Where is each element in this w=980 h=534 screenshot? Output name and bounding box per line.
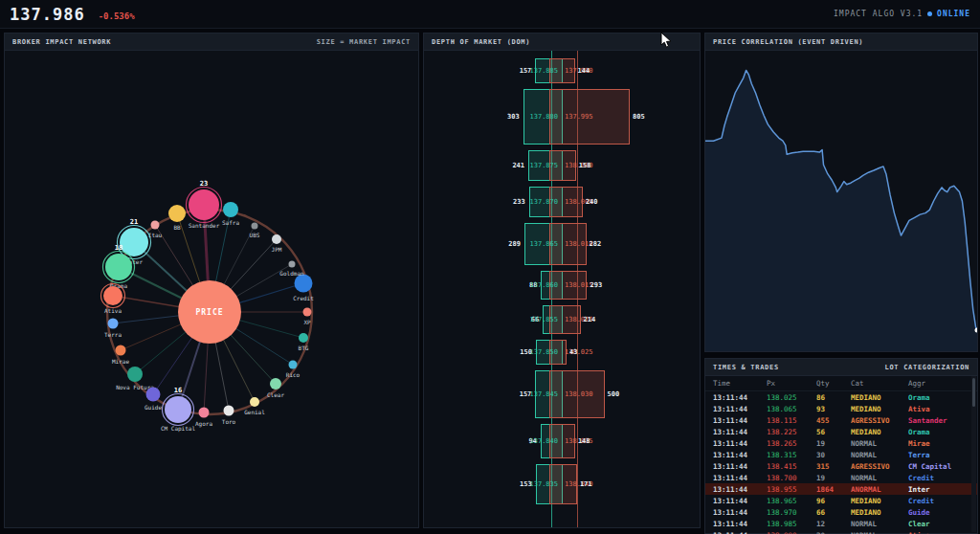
trade-time: 13:11:44: [713, 497, 767, 505]
broker-impact-badge: 18: [115, 244, 122, 252]
broker-node-bb[interactable]: [168, 205, 186, 222]
trades-column-header-cat[interactable]: Cat: [851, 379, 908, 388]
dom-ladder[interactable]: 157137.885137.990144303137.880137.995805…: [424, 51, 700, 527]
trade-category: ANORMAL: [851, 485, 908, 494]
dom-row: 289137.865138.010282: [424, 223, 700, 265]
broker-node-goldman[interactable]: [289, 261, 296, 268]
trade-row[interactable]: 13:11:44138.415315AGRESSIVOCM Capital: [705, 460, 977, 472]
dom-row: 157137.885137.990144: [424, 58, 700, 83]
broker-node-label: UBS: [250, 232, 260, 238]
trade-row[interactable]: 13:11:44138.02586MEDIANOOrama: [705, 391, 977, 403]
trades-column-headers: TimePxQtyCatAggr: [705, 376, 977, 391]
broker-impact-network-panel: BROKER IMPACT NETWORK SIZE = MARKET IMPA…: [4, 33, 419, 528]
trade-qty: 12: [816, 520, 851, 528]
trade-row[interactable]: 13:11:44138.97066MEDIANOGuide: [705, 506, 977, 518]
dom-bid-price: 137.845: [529, 391, 558, 398]
dom-ask-qty: 158: [579, 163, 591, 169]
trades-column-header-time[interactable]: Time: [713, 379, 767, 388]
trade-price: 138.700: [767, 474, 816, 482]
broker-node-clear[interactable]: [270, 378, 281, 389]
trade-row[interactable]: 13:11:44138.06593MEDIANOAtiva: [705, 403, 977, 414]
trade-time: 13:11:44: [713, 531, 767, 534]
trade-qty: 66: [816, 508, 851, 517]
trade-price: 138.965: [767, 497, 816, 505]
broker-node-cm-capital[interactable]: [165, 396, 191, 423]
trade-row[interactable]: 13:11:44138.70019NORMALCredit: [705, 472, 977, 483]
broker-node-label: Rico: [286, 371, 301, 378]
trade-qty: 455: [816, 416, 851, 425]
dom-row: 303137.880137.995805: [424, 89, 700, 145]
trade-time: 13:11:44: [713, 393, 767, 402]
broker-node-credit[interactable]: [295, 275, 313, 293]
broker-network-graph[interactable]: PRICESantander23BBItauInter21Orama18Ativ…: [5, 51, 418, 527]
trade-price: 138.115: [767, 416, 816, 425]
trade-row[interactable]: 13:11:44138.98512NORMALClear: [705, 518, 977, 529]
broker-node-ativa[interactable]: [103, 286, 122, 305]
trades-column-header-aggr[interactable]: Aggr: [908, 379, 977, 388]
dom-ask-qty: 500: [608, 391, 620, 398]
trade-aggressor: Orama: [908, 428, 977, 436]
broker-node-terra[interactable]: [108, 319, 119, 329]
broker-node-ubs[interactable]: [252, 223, 258, 230]
broker-node-btg[interactable]: [299, 333, 308, 343]
trade-row[interactable]: 13:11:44138.115455AGRESSIVOSantander: [705, 414, 977, 426]
trade-row[interactable]: 13:11:44138.99020NORMALAtiva: [705, 529, 977, 534]
trade-price: 138.265: [767, 439, 816, 448]
broker-node-agora[interactable]: [199, 408, 210, 418]
trade-row[interactable]: 13:11:44138.96596MEDIANOCredit: [705, 495, 977, 506]
trades-scrollbar-thumb[interactable]: [972, 378, 975, 407]
app-title: IMPACT ALGO V3.1: [834, 10, 923, 18]
broker-node-santander[interactable]: [189, 189, 219, 220]
trade-row[interactable]: 13:11:44138.9551864ANORMALInter: [705, 483, 977, 495]
top-bar: 137.986 -0.536% IMPACT ALGO V3.1 ONLINE: [0, 0, 980, 29]
trade-category: MEDIANO: [851, 405, 908, 413]
trade-qty: 56: [816, 428, 851, 436]
trade-row[interactable]: 13:11:44138.26519NORMALMirae: [705, 437, 977, 449]
trades-column-header-px[interactable]: Px: [767, 379, 816, 388]
trade-price: 138.315: [767, 451, 816, 459]
dom-ask-qty: 282: [590, 241, 602, 248]
trade-time: 13:11:44: [713, 416, 767, 425]
correlation-area-fill: [705, 70, 977, 351]
trade-time: 13:11:44: [713, 439, 767, 448]
mouse-cursor: [660, 32, 674, 49]
dom-bid-price: 137.840: [529, 438, 558, 445]
trade-aggressor: Credit: [908, 497, 977, 505]
broker-node-label: BTG: [299, 345, 309, 351]
trade-aggressor: Inter: [908, 485, 977, 494]
dom-row: 241137.875138.000158: [424, 150, 700, 181]
trade-price: 138.415: [767, 462, 816, 471]
broker-node-rico[interactable]: [289, 361, 298, 369]
broker-node-itau[interactable]: [151, 221, 160, 230]
trade-aggressor: Mirae: [908, 439, 977, 448]
trade-qty: 1864: [816, 485, 851, 494]
trade-row[interactable]: 13:11:44138.31530NORMALTerra: [705, 449, 977, 460]
broker-node-jpm[interactable]: [272, 234, 281, 244]
trades-column-header-qty[interactable]: Qty: [816, 379, 851, 388]
trade-time: 13:11:44: [713, 485, 767, 494]
broker-node-guide[interactable]: [146, 388, 161, 402]
trade-qty: 30: [816, 451, 851, 459]
dom-ask-price: 138.030: [565, 391, 593, 398]
broker-node-genial[interactable]: [250, 397, 259, 407]
last-price: 137.986: [10, 5, 85, 24]
trade-aggressor: Orama: [908, 393, 977, 402]
dom-bid-qty: 303: [507, 114, 520, 121]
broker-node-orama[interactable]: [105, 254, 132, 280]
broker-node-xp[interactable]: [303, 308, 312, 317]
broker-node-nova-futura[interactable]: [127, 367, 143, 382]
trade-time: 13:11:44: [713, 508, 767, 517]
trade-time: 13:11:44: [713, 405, 767, 413]
broker-node-label: Safra: [222, 219, 239, 226]
correlation-panel-title: PRICE CORRELATION (EVENT DRIVEN): [713, 38, 863, 46]
broker-node-safra[interactable]: [223, 202, 238, 217]
dom-ask-qty: 240: [586, 199, 598, 206]
trades-panel-title: TIMES & TRADES: [713, 364, 779, 371]
trade-category: NORMAL: [851, 474, 908, 482]
online-status: ONLINE: [937, 10, 970, 18]
trade-row[interactable]: 13:11:44138.22556MEDIANOOrama: [705, 426, 977, 437]
broker-node-mirae[interactable]: [116, 345, 126, 356]
broker-node-toro[interactable]: [224, 406, 234, 416]
trade-qty: 19: [816, 439, 851, 448]
trades-scrollbar[interactable]: [971, 376, 976, 532]
